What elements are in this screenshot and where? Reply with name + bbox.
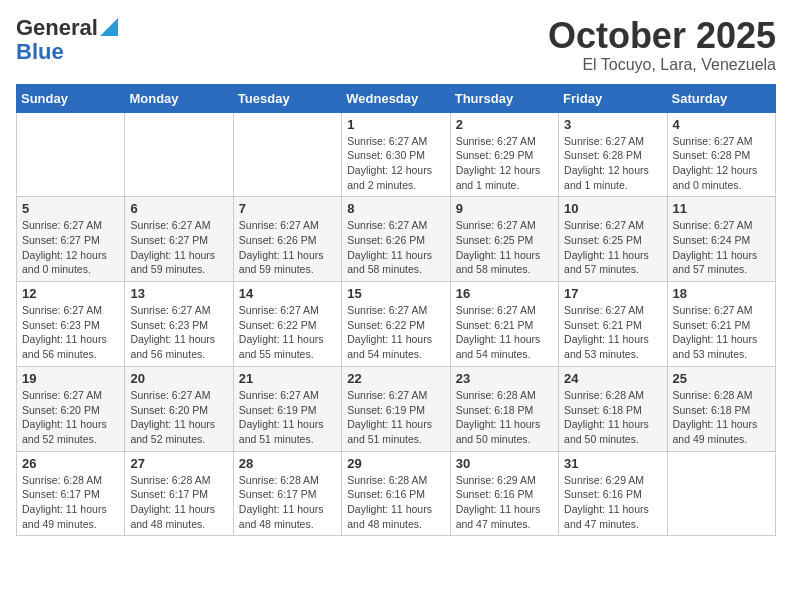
day-number: 5 (22, 201, 119, 216)
day-info: Sunrise: 6:27 AM Sunset: 6:22 PM Dayligh… (239, 303, 336, 362)
table-row (17, 112, 125, 197)
day-number: 15 (347, 286, 444, 301)
table-row: 4Sunrise: 6:27 AM Sunset: 6:28 PM Daylig… (667, 112, 775, 197)
day-number: 24 (564, 371, 661, 386)
day-number: 2 (456, 117, 553, 132)
day-info: Sunrise: 6:27 AM Sunset: 6:28 PM Dayligh… (673, 134, 770, 193)
day-number: 6 (130, 201, 227, 216)
col-saturday: Saturday (667, 84, 775, 112)
calendar-header-row: Sunday Monday Tuesday Wednesday Thursday… (17, 84, 776, 112)
table-row (667, 451, 775, 536)
day-info: Sunrise: 6:27 AM Sunset: 6:25 PM Dayligh… (456, 218, 553, 277)
day-number: 20 (130, 371, 227, 386)
table-row: 9Sunrise: 6:27 AM Sunset: 6:25 PM Daylig… (450, 197, 558, 282)
table-row: 20Sunrise: 6:27 AM Sunset: 6:20 PM Dayli… (125, 366, 233, 451)
day-number: 12 (22, 286, 119, 301)
day-number: 4 (673, 117, 770, 132)
calendar-table: Sunday Monday Tuesday Wednesday Thursday… (16, 84, 776, 537)
day-info: Sunrise: 6:28 AM Sunset: 6:17 PM Dayligh… (22, 473, 119, 532)
calendar-week-row: 1Sunrise: 6:27 AM Sunset: 6:30 PM Daylig… (17, 112, 776, 197)
svg-marker-0 (100, 18, 118, 36)
day-number: 27 (130, 456, 227, 471)
day-number: 17 (564, 286, 661, 301)
col-sunday: Sunday (17, 84, 125, 112)
table-row: 31Sunrise: 6:29 AM Sunset: 6:16 PM Dayli… (559, 451, 667, 536)
day-info: Sunrise: 6:27 AM Sunset: 6:25 PM Dayligh… (564, 218, 661, 277)
day-number: 25 (673, 371, 770, 386)
day-number: 28 (239, 456, 336, 471)
day-number: 22 (347, 371, 444, 386)
table-row: 2Sunrise: 6:27 AM Sunset: 6:29 PM Daylig… (450, 112, 558, 197)
calendar-week-row: 12Sunrise: 6:27 AM Sunset: 6:23 PM Dayli… (17, 282, 776, 367)
table-row: 26Sunrise: 6:28 AM Sunset: 6:17 PM Dayli… (17, 451, 125, 536)
day-number: 26 (22, 456, 119, 471)
day-info: Sunrise: 6:27 AM Sunset: 6:29 PM Dayligh… (456, 134, 553, 193)
day-info: Sunrise: 6:27 AM Sunset: 6:20 PM Dayligh… (22, 388, 119, 447)
location-subtitle: El Tocuyo, Lara, Venezuela (548, 56, 776, 74)
calendar-week-row: 26Sunrise: 6:28 AM Sunset: 6:17 PM Dayli… (17, 451, 776, 536)
day-info: Sunrise: 6:28 AM Sunset: 6:18 PM Dayligh… (564, 388, 661, 447)
table-row: 30Sunrise: 6:29 AM Sunset: 6:16 PM Dayli… (450, 451, 558, 536)
day-info: Sunrise: 6:27 AM Sunset: 6:21 PM Dayligh… (456, 303, 553, 362)
day-number: 3 (564, 117, 661, 132)
day-number: 8 (347, 201, 444, 216)
table-row: 25Sunrise: 6:28 AM Sunset: 6:18 PM Dayli… (667, 366, 775, 451)
day-info: Sunrise: 6:28 AM Sunset: 6:17 PM Dayligh… (239, 473, 336, 532)
day-number: 19 (22, 371, 119, 386)
day-number: 23 (456, 371, 553, 386)
table-row: 18Sunrise: 6:27 AM Sunset: 6:21 PM Dayli… (667, 282, 775, 367)
table-row: 14Sunrise: 6:27 AM Sunset: 6:22 PM Dayli… (233, 282, 341, 367)
col-wednesday: Wednesday (342, 84, 450, 112)
logo: General Blue (16, 16, 118, 64)
table-row: 10Sunrise: 6:27 AM Sunset: 6:25 PM Dayli… (559, 197, 667, 282)
col-tuesday: Tuesday (233, 84, 341, 112)
day-number: 1 (347, 117, 444, 132)
day-info: Sunrise: 6:27 AM Sunset: 6:28 PM Dayligh… (564, 134, 661, 193)
table-row: 5Sunrise: 6:27 AM Sunset: 6:27 PM Daylig… (17, 197, 125, 282)
day-info: Sunrise: 6:29 AM Sunset: 6:16 PM Dayligh… (456, 473, 553, 532)
day-info: Sunrise: 6:29 AM Sunset: 6:16 PM Dayligh… (564, 473, 661, 532)
table-row (125, 112, 233, 197)
day-info: Sunrise: 6:27 AM Sunset: 6:21 PM Dayligh… (564, 303, 661, 362)
day-number: 10 (564, 201, 661, 216)
day-info: Sunrise: 6:27 AM Sunset: 6:19 PM Dayligh… (239, 388, 336, 447)
col-thursday: Thursday (450, 84, 558, 112)
day-info: Sunrise: 6:28 AM Sunset: 6:16 PM Dayligh… (347, 473, 444, 532)
day-info: Sunrise: 6:27 AM Sunset: 6:23 PM Dayligh… (22, 303, 119, 362)
day-info: Sunrise: 6:27 AM Sunset: 6:23 PM Dayligh… (130, 303, 227, 362)
table-row: 17Sunrise: 6:27 AM Sunset: 6:21 PM Dayli… (559, 282, 667, 367)
day-number: 9 (456, 201, 553, 216)
table-row: 1Sunrise: 6:27 AM Sunset: 6:30 PM Daylig… (342, 112, 450, 197)
table-row: 7Sunrise: 6:27 AM Sunset: 6:26 PM Daylig… (233, 197, 341, 282)
col-friday: Friday (559, 84, 667, 112)
table-row: 28Sunrise: 6:28 AM Sunset: 6:17 PM Dayli… (233, 451, 341, 536)
table-row: 22Sunrise: 6:27 AM Sunset: 6:19 PM Dayli… (342, 366, 450, 451)
day-number: 16 (456, 286, 553, 301)
table-row: 11Sunrise: 6:27 AM Sunset: 6:24 PM Dayli… (667, 197, 775, 282)
day-number: 29 (347, 456, 444, 471)
calendar-week-row: 19Sunrise: 6:27 AM Sunset: 6:20 PM Dayli… (17, 366, 776, 451)
day-info: Sunrise: 6:28 AM Sunset: 6:18 PM Dayligh… (673, 388, 770, 447)
table-row: 21Sunrise: 6:27 AM Sunset: 6:19 PM Dayli… (233, 366, 341, 451)
table-row: 15Sunrise: 6:27 AM Sunset: 6:22 PM Dayli… (342, 282, 450, 367)
day-info: Sunrise: 6:28 AM Sunset: 6:18 PM Dayligh… (456, 388, 553, 447)
day-number: 21 (239, 371, 336, 386)
day-info: Sunrise: 6:27 AM Sunset: 6:21 PM Dayligh… (673, 303, 770, 362)
table-row: 3Sunrise: 6:27 AM Sunset: 6:28 PM Daylig… (559, 112, 667, 197)
day-info: Sunrise: 6:27 AM Sunset: 6:20 PM Dayligh… (130, 388, 227, 447)
day-number: 11 (673, 201, 770, 216)
day-number: 30 (456, 456, 553, 471)
day-info: Sunrise: 6:27 AM Sunset: 6:30 PM Dayligh… (347, 134, 444, 193)
day-number: 31 (564, 456, 661, 471)
day-info: Sunrise: 6:27 AM Sunset: 6:26 PM Dayligh… (347, 218, 444, 277)
day-info: Sunrise: 6:27 AM Sunset: 6:19 PM Dayligh… (347, 388, 444, 447)
day-info: Sunrise: 6:27 AM Sunset: 6:27 PM Dayligh… (22, 218, 119, 277)
table-row (233, 112, 341, 197)
table-row: 29Sunrise: 6:28 AM Sunset: 6:16 PM Dayli… (342, 451, 450, 536)
day-info: Sunrise: 6:27 AM Sunset: 6:26 PM Dayligh… (239, 218, 336, 277)
table-row: 16Sunrise: 6:27 AM Sunset: 6:21 PM Dayli… (450, 282, 558, 367)
page-header: General Blue October 2025 El Tocuyo, Lar… (16, 16, 776, 74)
table-row: 13Sunrise: 6:27 AM Sunset: 6:23 PM Dayli… (125, 282, 233, 367)
day-number: 14 (239, 286, 336, 301)
table-row: 8Sunrise: 6:27 AM Sunset: 6:26 PM Daylig… (342, 197, 450, 282)
